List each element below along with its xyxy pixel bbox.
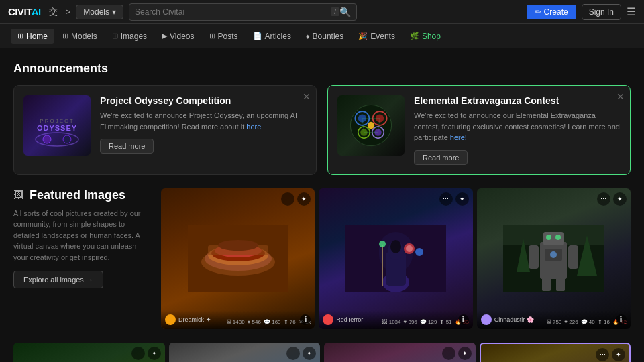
announcements-section: Announcements PROJECT ODYSSEY: [0, 48, 644, 175]
images-grid: ⋯ ✦ Dreamick ✦ 🖼 1430 ♥ 546 💬 163 ⬆ 76 👁…: [161, 188, 631, 329]
wizard-visual: [345, 225, 446, 292]
wizard-wand-button[interactable]: ✦: [455, 192, 469, 206]
svg-point-30: [379, 241, 386, 247]
home-icon: ⊞: [17, 32, 23, 40]
svg-point-1: [43, 135, 51, 143]
models-dropdown[interactable]: Models ▾: [76, 5, 123, 19]
announcement-card-odyssey: PROJECT ODYSSEY Project Ody: [13, 85, 317, 175]
svg-rect-49: [556, 278, 565, 291]
create-button[interactable]: ✏ Create: [527, 5, 576, 19]
nav-shop[interactable]: 🌿 Shop: [403, 29, 447, 44]
nav-home[interactable]: ⊞ Home: [11, 29, 54, 44]
bottom-image-pink[interactable]: ⋯ ✦: [324, 343, 476, 363]
featured-title: Featured Images: [30, 188, 125, 202]
food-avatar: [165, 314, 176, 325]
search-bar: / 🔍: [129, 3, 357, 21]
featured-header: 🖼 Featured Images: [13, 188, 148, 202]
image-card-wizard[interactable]: ⋯ ✦ RedTerror 🖼 1034 ♥ 396 💬 129 ⬆ 51 🔥 …: [319, 188, 472, 329]
food-more-button[interactable]: ⋯: [281, 192, 294, 206]
wizard-image: [319, 188, 472, 329]
elemental-content: Elemental Extravaganza Contest We're exc…: [414, 95, 621, 165]
svg-point-2: [63, 135, 71, 143]
clouds-wand-button[interactable]: ✦: [303, 347, 316, 360]
elemental-thumbnail: [337, 95, 405, 156]
svg-point-42: [546, 235, 551, 240]
nav-images[interactable]: ⊞ Images: [105, 29, 154, 44]
wizard-author: RedTerror: [323, 314, 363, 325]
svg-rect-47: [568, 245, 578, 269]
robot-more-button[interactable]: ⋯: [597, 192, 610, 206]
elemental-link[interactable]: here!: [450, 133, 467, 141]
wizard-more-button[interactable]: ⋯: [439, 192, 453, 206]
svg-point-35: [390, 240, 401, 253]
robot-author: Cinnadustir 🌸: [481, 314, 534, 325]
explore-images-button[interactable]: Explore all images →: [13, 271, 103, 288]
forest-more-button[interactable]: ⋯: [131, 347, 145, 360]
stone-actions: ⋯ ✦: [596, 348, 625, 361]
pink-more-button[interactable]: ⋯: [442, 347, 455, 360]
nav-posts[interactable]: ⊞ Posts: [203, 29, 245, 44]
odyssey-pre: PROJECT: [37, 118, 77, 125]
wizard-actions: ⋯ ✦: [439, 192, 469, 206]
bottom-image-stone[interactable]: ⋯ ✦: [480, 343, 631, 363]
robot-wand-button[interactable]: ✦: [613, 192, 627, 206]
image-card-robot[interactable]: ⋯ ✦ Cinnadustir 🌸 🖼 750 ♥ 226 💬 40 ⬆ 16 …: [477, 188, 631, 329]
food-stats: 🖼 1430 ♥ 546 💬 163 ⬆ 76 👁 1k: [226, 319, 311, 325]
elemental-thumb-bg: [337, 95, 405, 156]
food-overlay: Dreamick ✦ 🖼 1430 ♥ 546 💬 163 ⬆ 76 👁 1k: [161, 310, 315, 329]
robot-stats: 🖼 750 ♥ 226 💬 40 ⬆ 16 🔥 42: [546, 319, 627, 325]
events-icon: 🎉: [358, 32, 368, 40]
robot-avatar: [481, 314, 492, 325]
svg-rect-48: [542, 278, 551, 291]
stone-more-button[interactable]: ⋯: [596, 348, 609, 361]
nav-articles[interactable]: 📄 Articles: [246, 29, 298, 44]
svg-rect-46: [529, 245, 539, 269]
robot-author-name: Cinnadustir 🌸: [494, 316, 534, 323]
announcements-title: Announcements: [13, 62, 631, 76]
svg-point-0: [36, 133, 78, 146]
odyssey-content: Project Odyssey Competition We're excite…: [100, 95, 307, 165]
pink-wand-button[interactable]: ✦: [458, 347, 472, 360]
food-wand-button[interactable]: ✦: [297, 192, 311, 206]
hamburger-menu[interactable]: ☰: [627, 5, 636, 18]
nav-videos[interactable]: ▶ Videos: [155, 29, 201, 44]
clouds-more-button[interactable]: ⋯: [286, 347, 300, 360]
bounties-icon: ♦: [306, 32, 310, 40]
stone-wand-button[interactable]: ✦: [612, 348, 625, 361]
svg-point-24: [218, 240, 258, 251]
odyssey-desc: We're excited to announce Project Odysse…: [100, 110, 307, 132]
wizard-avatar: [323, 314, 333, 325]
elemental-graphic: [347, 102, 394, 149]
bottom-image-forest[interactable]: ⋯ ✦: [13, 343, 165, 363]
odyssey-link[interactable]: here: [246, 123, 261, 131]
elemental-close-button[interactable]: ✕: [616, 91, 625, 102]
food-info-badge[interactable]: ℹ: [300, 314, 311, 325]
robot-info-badge[interactable]: ℹ: [616, 314, 627, 325]
search-input[interactable]: [135, 7, 331, 17]
food-author-name: Dreamick ✦: [178, 316, 211, 323]
forest-wand-button[interactable]: ✦: [148, 347, 161, 360]
odyssey-read-more-button[interactable]: Read more: [100, 139, 154, 154]
robot-actions: ⋯ ✦: [597, 192, 627, 206]
nav-bounties[interactable]: ♦ Bounties: [299, 29, 350, 44]
pink-actions: ⋯ ✦: [442, 347, 472, 360]
translate-button[interactable]: 交: [46, 5, 60, 19]
image-card-food[interactable]: ⋯ ✦ Dreamick ✦ 🖼 1430 ♥ 546 💬 163 ⬆ 76 👁…: [161, 188, 315, 329]
svg-point-33: [415, 248, 423, 256]
signin-button[interactable]: Sign In: [582, 4, 621, 20]
search-icon-button[interactable]: 🔍: [339, 7, 351, 17]
elemental-read-more-button[interactable]: Read more: [414, 150, 468, 165]
wizard-overlay: RedTerror 🖼 1034 ♥ 396 💬 129 ⬆ 51 🔥 53: [319, 310, 472, 329]
images-icon: ⊞: [112, 32, 118, 40]
wizard-info-badge[interactable]: ℹ: [458, 314, 469, 325]
food-actions: ⋯ ✦: [281, 192, 311, 206]
nav-events[interactable]: 🎉 Events: [352, 29, 402, 44]
wizard-stats: 🖼 1034 ♥ 396 💬 129 ⬆ 51 🔥 53: [382, 319, 468, 325]
odyssey-title: Project Odyssey Competition: [100, 95, 307, 106]
robot-overlay: Cinnadustir 🌸 🖼 750 ♥ 226 💬 40 ⬆ 16 🔥 42: [477, 310, 631, 329]
nav-arrow-button[interactable]: >: [66, 7, 71, 17]
bottom-image-clouds[interactable]: ⋯ ✦: [169, 343, 321, 363]
svg-point-43: [555, 235, 561, 240]
nav-models[interactable]: ⊞ Models: [56, 29, 104, 44]
odyssey-close-button[interactable]: ✕: [303, 91, 311, 102]
